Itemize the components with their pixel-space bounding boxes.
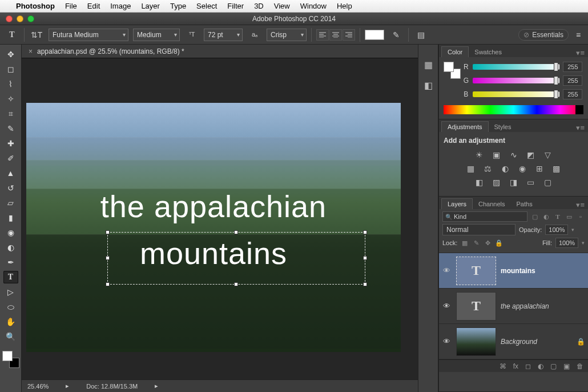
path-selection-tool[interactable]: ▷ bbox=[3, 286, 18, 298]
tab-channels[interactable]: Channels bbox=[473, 199, 510, 209]
character-panel-icon[interactable]: ▤ bbox=[413, 29, 428, 41]
g-value[interactable]: 255 bbox=[563, 75, 582, 86]
transform-handle[interactable] bbox=[234, 282, 238, 286]
selective-color-icon[interactable]: ▢ bbox=[543, 178, 553, 187]
layer-style-icon[interactable]: fx bbox=[513, 362, 518, 370]
layer-name[interactable]: Background bbox=[501, 338, 572, 346]
align-center-button[interactable] bbox=[329, 29, 342, 41]
blend-mode-dropdown[interactable]: Normal bbox=[442, 224, 515, 235]
eyedropper-tool[interactable]: ✎ bbox=[3, 122, 18, 135]
history-panel-icon[interactable]: ▦ bbox=[422, 59, 434, 70]
document-tab[interactable]: × appalachian.psd @ 25.5% (mountains, RG… bbox=[22, 45, 418, 58]
menu-filter[interactable]: Filter bbox=[227, 2, 244, 10]
brightness-icon[interactable]: ☀ bbox=[474, 150, 485, 159]
menu-type[interactable]: Type bbox=[170, 2, 186, 10]
font-weight-dropdown[interactable]: Medium bbox=[133, 29, 180, 41]
gradient-map-icon[interactable]: ▭ bbox=[526, 178, 536, 187]
menu-help[interactable]: Help bbox=[337, 2, 352, 10]
menu-edit[interactable]: Edit bbox=[87, 2, 100, 10]
font-family-dropdown[interactable]: Futura Medium bbox=[49, 29, 128, 41]
delete-layer-icon[interactable]: 🗑 bbox=[577, 362, 583, 370]
layer-name[interactable]: mountains bbox=[501, 267, 586, 275]
clone-stamp-tool[interactable]: ▲ bbox=[3, 167, 18, 179]
visibility-toggle-icon[interactable]: 👁 bbox=[441, 302, 452, 310]
b-value[interactable]: 255 bbox=[563, 89, 582, 99]
menu-window[interactable]: Window bbox=[300, 2, 327, 10]
warp-text-icon[interactable]: ✎ bbox=[389, 29, 404, 41]
layer-thumbnail[interactable]: T bbox=[456, 292, 496, 321]
close-tab-icon[interactable]: × bbox=[29, 47, 33, 55]
levels-icon[interactable]: ▣ bbox=[492, 150, 502, 159]
photo-filter-icon[interactable]: ◉ bbox=[517, 164, 527, 173]
filter-type-icon[interactable]: T bbox=[554, 213, 562, 221]
tab-paths[interactable]: Paths bbox=[511, 199, 538, 209]
text-color-swatch[interactable] bbox=[365, 30, 384, 40]
opacity-stepper-icon[interactable]: ▾ bbox=[571, 227, 574, 233]
vibrance-icon[interactable]: ▽ bbox=[543, 150, 553, 159]
color-spectrum-ramp[interactable] bbox=[444, 105, 583, 114]
transform-handle[interactable] bbox=[363, 282, 367, 286]
align-left-button[interactable] bbox=[316, 29, 329, 41]
visibility-toggle-icon[interactable]: 👁 bbox=[441, 266, 452, 275]
menu-select[interactable]: Select bbox=[196, 2, 217, 10]
menu-image[interactable]: Image bbox=[110, 2, 131, 10]
close-window-button[interactable] bbox=[6, 15, 13, 22]
color-lookup-icon[interactable]: ▩ bbox=[551, 164, 562, 173]
color-fg-bg-swatches[interactable] bbox=[444, 62, 461, 79]
posterize-icon[interactable]: ▨ bbox=[492, 178, 502, 187]
properties-panel-icon[interactable]: ◧ bbox=[422, 80, 434, 90]
dodge-tool[interactable]: ◐ bbox=[3, 241, 18, 254]
visibility-toggle-icon[interactable]: 👁 bbox=[441, 337, 452, 346]
zoom-window-button[interactable] bbox=[27, 15, 34, 22]
filter-smart-icon[interactable]: ▫ bbox=[577, 213, 585, 221]
layer-filter-kind-dropdown[interactable]: Kind bbox=[442, 211, 527, 222]
new-adjustment-layer-icon[interactable]: ◐ bbox=[538, 362, 543, 370]
canvas-viewport[interactable]: the appalachian mountains bbox=[22, 58, 418, 379]
hand-tool[interactable]: ✋ bbox=[3, 315, 18, 328]
transform-handle[interactable] bbox=[106, 282, 110, 286]
black-white-icon[interactable]: ◐ bbox=[500, 164, 510, 173]
link-layers-icon[interactable]: ⌘ bbox=[500, 362, 506, 370]
marquee-tool[interactable]: ◻ bbox=[3, 63, 18, 75]
app-name[interactable]: Photoshop bbox=[16, 2, 55, 10]
workspace-menu-icon[interactable]: ≡ bbox=[573, 29, 583, 41]
tool-preset-icon[interactable]: T bbox=[5, 29, 19, 41]
workspace-switcher[interactable]: ⊘ Essentials bbox=[518, 29, 569, 41]
filter-shape-icon[interactable]: ▭ bbox=[565, 213, 573, 221]
r-value[interactable]: 255 bbox=[563, 62, 582, 72]
transform-handle[interactable] bbox=[106, 256, 110, 260]
menu-layer[interactable]: Layer bbox=[141, 2, 160, 10]
fill-stepper-icon[interactable]: ▾ bbox=[582, 240, 585, 246]
panel-menu-icon[interactable]: ▾≡ bbox=[573, 201, 588, 209]
menu-3d[interactable]: 3D bbox=[254, 2, 264, 10]
zoom-tool[interactable]: 🔍 bbox=[3, 330, 18, 343]
layer-row[interactable]: 👁 Background 🔒 bbox=[439, 324, 588, 359]
minimize-window-button[interactable] bbox=[17, 15, 23, 22]
brush-tool[interactable]: ✐ bbox=[3, 152, 18, 165]
magic-wand-tool[interactable]: ✧ bbox=[3, 93, 18, 105]
invert-icon[interactable]: ◧ bbox=[474, 178, 485, 187]
lasso-tool[interactable]: ⌇ bbox=[3, 78, 18, 90]
blur-tool[interactable]: ◉ bbox=[3, 226, 18, 239]
tab-adjustments[interactable]: Adjustments bbox=[441, 121, 489, 132]
pen-tool[interactable]: ✒ bbox=[3, 256, 18, 269]
lock-pixels-icon[interactable]: ✎ bbox=[472, 239, 480, 247]
lock-position-icon[interactable]: ✥ bbox=[484, 239, 492, 247]
foreground-background-colors[interactable] bbox=[2, 351, 19, 368]
color-balance-icon[interactable]: ⚖ bbox=[483, 164, 493, 173]
filter-pixel-icon[interactable]: ▢ bbox=[531, 213, 539, 221]
shape-tool[interactable]: ⬭ bbox=[3, 301, 18, 313]
lock-all-icon[interactable]: 🔒 bbox=[495, 239, 503, 247]
layer-thumbnail[interactable] bbox=[456, 327, 496, 356]
channel-mixer-icon[interactable]: ⊞ bbox=[534, 164, 545, 173]
doc-arrow-icon[interactable]: ▸ bbox=[155, 382, 158, 390]
threshold-icon[interactable]: ◨ bbox=[509, 178, 519, 187]
transform-handle[interactable] bbox=[363, 256, 367, 260]
tab-layers[interactable]: Layers bbox=[441, 198, 473, 209]
transform-handle[interactable] bbox=[106, 230, 110, 234]
antialias-dropdown[interactable]: Crisp bbox=[267, 29, 307, 41]
hue-icon[interactable]: ▦ bbox=[466, 164, 476, 173]
panel-menu-icon[interactable]: ▾≡ bbox=[573, 123, 588, 132]
eraser-tool[interactable]: ▱ bbox=[3, 197, 18, 209]
gradient-tool[interactable]: ▮ bbox=[3, 211, 18, 224]
